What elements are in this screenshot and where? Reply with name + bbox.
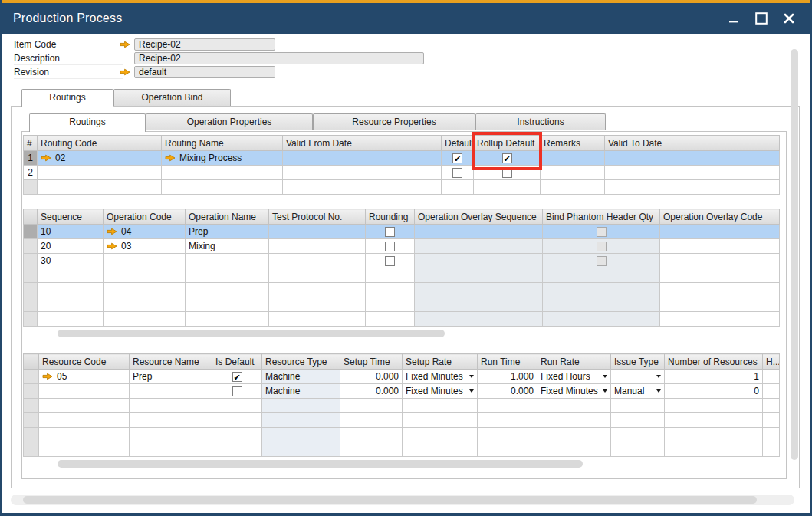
empty-cell[interactable] <box>24 399 39 413</box>
empty-cell[interactable] <box>665 428 763 442</box>
row-selector-cell[interactable] <box>24 239 38 254</box>
empty-cell[interactable] <box>611 428 665 442</box>
setup-time-cell[interactable]: 0.000 <box>340 384 403 399</box>
routing-code-cell[interactable]: 02 <box>38 151 162 166</box>
valid-from-cell[interactable] <box>283 166 442 180</box>
resource-type-cell[interactable]: Machine <box>262 370 340 384</box>
empty-cell[interactable] <box>262 442 340 457</box>
maximize-icon[interactable] <box>753 10 770 27</box>
empty-cell[interactable] <box>541 180 605 195</box>
is-default-cell[interactable] <box>212 370 262 384</box>
row-selector-cell[interactable] <box>24 384 39 399</box>
test-protocol-cell[interactable] <box>269 254 366 268</box>
empty-cell[interactable] <box>24 413 39 428</box>
empty-cell[interactable] <box>262 413 340 428</box>
empty-cell[interactable] <box>537 399 611 413</box>
empty-cell[interactable] <box>212 413 262 428</box>
default-checkbox[interactable] <box>452 168 462 178</box>
link-arrow-icon[interactable] <box>107 228 117 235</box>
empty-cell[interactable] <box>537 428 611 442</box>
link-arrow-icon[interactable] <box>107 242 117 250</box>
empty-cell[interactable] <box>611 413 665 428</box>
empty-cell[interactable] <box>24 442 39 457</box>
overlay-code-cell[interactable] <box>660 225 780 239</box>
empty-cell[interactable] <box>605 180 780 195</box>
empty-cell[interactable] <box>39 428 130 442</box>
link-arrow-icon[interactable] <box>42 373 53 380</box>
empty-cell[interactable] <box>763 442 780 457</box>
empty-cell[interactable] <box>665 399 763 413</box>
valid-from-cell[interactable] <box>283 151 442 166</box>
empty-cell[interactable] <box>269 312 366 327</box>
setup-rate-cell[interactable]: Fixed Minutes <box>403 384 478 399</box>
empty-cell[interactable] <box>478 413 537 428</box>
empty-cell[interactable] <box>130 442 212 457</box>
empty-cell[interactable] <box>186 268 269 283</box>
empty-cell[interactable] <box>403 428 478 442</box>
empty-cell[interactable] <box>38 268 104 283</box>
empty-cell[interactable] <box>665 442 763 457</box>
vertical-scrollbar[interactable] <box>791 49 798 460</box>
default-cell[interactable] <box>442 166 474 180</box>
sequence-cell[interactable]: 30 <box>38 254 104 268</box>
empty-cell[interactable] <box>38 297 104 312</box>
empty-cell[interactable] <box>283 180 442 195</box>
routing-name-cell[interactable]: Mixing Process <box>162 151 283 166</box>
operation-name-cell[interactable] <box>186 254 269 268</box>
tab-routings[interactable]: Routings <box>21 89 113 107</box>
empty-cell[interactable] <box>262 399 340 413</box>
test-protocol-cell[interactable] <box>269 239 366 254</box>
run-rate-cell[interactable]: Fixed Hours <box>537 370 611 384</box>
empty-cell[interactable] <box>24 428 39 442</box>
row-selector-cell[interactable] <box>24 254 38 268</box>
empty-cell[interactable] <box>340 413 403 428</box>
empty-cell[interactable] <box>39 399 130 413</box>
empty-cell[interactable] <box>212 442 262 457</box>
item-code-field[interactable]: Recipe-02 <box>134 38 275 51</box>
empty-cell[interactable] <box>403 413 478 428</box>
link-arrow-icon[interactable] <box>41 154 51 162</box>
empty-cell[interactable] <box>269 283 366 297</box>
empty-cell[interactable] <box>269 268 366 283</box>
empty-cell[interactable] <box>403 442 478 457</box>
run-time-cell[interactable]: 1.000 <box>478 370 537 384</box>
rounding-checkbox[interactable] <box>385 256 395 266</box>
issue-type-cell[interactable] <box>611 370 665 384</box>
empty-cell[interactable] <box>403 399 478 413</box>
empty-cell[interactable] <box>24 312 38 327</box>
run-rate-cell[interactable]: Fixed Minutes <box>537 384 611 399</box>
operation-name-cell[interactable]: Prep <box>186 225 269 239</box>
empty-cell[interactable] <box>366 297 415 312</box>
dropdown-arrow-icon[interactable] <box>469 375 474 378</box>
remarks-cell[interactable] <box>541 166 605 180</box>
empty-cell[interactable] <box>611 399 665 413</box>
issue-type-cell[interactable]: Manual <box>611 384 665 399</box>
resource-code-cell[interactable]: 05 <box>39 370 130 384</box>
test-protocol-cell[interactable] <box>269 225 366 239</box>
operation-name-cell[interactable]: Mixing <box>186 239 269 254</box>
empty-cell[interactable] <box>340 399 403 413</box>
row-number-cell[interactable]: 2 <box>24 166 38 180</box>
empty-cell[interactable] <box>537 442 611 457</box>
default-cell[interactable] <box>442 151 474 166</box>
link-arrow-icon[interactable] <box>165 154 176 162</box>
link-arrow-icon[interactable] <box>120 68 130 76</box>
empty-cell[interactable] <box>130 413 212 428</box>
empty-cell[interactable] <box>212 399 262 413</box>
subtab-routings[interactable]: Routings <box>29 113 146 132</box>
routing-code-cell[interactable] <box>38 166 162 180</box>
description-field[interactable]: Recipe-02 <box>134 52 424 64</box>
rollup-default-checkbox[interactable] <box>502 153 512 163</box>
default-checkbox[interactable] <box>452 153 462 163</box>
rounding-cell[interactable] <box>366 225 415 239</box>
empty-cell[interactable] <box>340 428 403 442</box>
dropdown-arrow-icon[interactable] <box>656 389 661 393</box>
dropdown-arrow-icon[interactable] <box>603 389 607 393</box>
empty-cell[interactable] <box>478 442 537 457</box>
empty-cell[interactable] <box>474 180 541 195</box>
rounding-cell[interactable] <box>366 239 415 254</box>
setup-time-cell[interactable]: 0.000 <box>340 370 403 384</box>
empty-cell[interactable] <box>186 283 269 297</box>
resources-horizontal-scrollbar[interactable] <box>58 460 583 468</box>
operation-code-cell[interactable]: 03 <box>104 239 186 254</box>
